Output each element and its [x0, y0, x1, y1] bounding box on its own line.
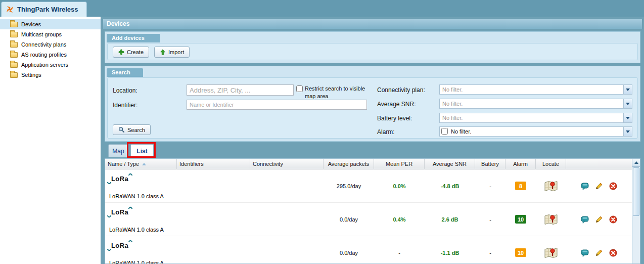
alarm-badge: 10: [515, 215, 526, 224]
battery-level-filter[interactable]: No filter.: [439, 113, 632, 123]
mean-per-cell: 0.4%: [374, 203, 425, 236]
plus-icon: [118, 49, 124, 55]
alarm-label: Alarm:: [377, 128, 395, 136]
mean-per-cell: 0.0%: [374, 169, 425, 202]
scroll-up-button[interactable]: [632, 159, 640, 167]
sidebar-item-connectivity-plans[interactable]: Connectivity plans: [0, 39, 101, 50]
column-header-average-snr[interactable]: Average SNR: [425, 159, 475, 169]
alarm-badge: 10: [515, 248, 526, 257]
sidebar-item-label: Application servers: [21, 62, 68, 68]
create-button-label: Create: [127, 49, 144, 55]
average-packets-cell: 0.0/day: [324, 203, 374, 236]
folder-icon: [10, 22, 18, 27]
show-on-map-icon[interactable]: [581, 215, 589, 224]
identifiers-cell: [177, 203, 250, 236]
search-header: Search: [107, 68, 143, 77]
folder-icon: [10, 42, 18, 48]
search-button[interactable]: Search: [113, 124, 151, 135]
arrow-up-icon: [160, 49, 166, 55]
sidebar-item-settings[interactable]: Settings: [0, 70, 101, 80]
connectivity-cell: [250, 203, 324, 236]
chevron-down-icon[interactable]: [623, 127, 632, 136]
sidebar-item-devices[interactable]: Devices: [0, 19, 101, 29]
show-on-map-icon[interactable]: [581, 182, 589, 190]
sidebar-item-multicast-groups[interactable]: Multicast groups: [0, 29, 101, 39]
identifier-label: Identifier:: [113, 102, 137, 109]
app-tab-thingpark[interactable]: ThingPark Wireless: [1, 2, 87, 17]
delete-icon[interactable]: [609, 249, 617, 257]
locate-map-icon[interactable]: [544, 181, 558, 192]
column-header-mean-per[interactable]: Mean PER: [374, 159, 425, 169]
search-panel: Search Location: Restrict search to visi…: [105, 66, 640, 142]
scrollbar-thumb[interactable]: [633, 167, 639, 216]
sidebar-item-application-servers[interactable]: Application servers: [0, 60, 101, 70]
alarm-filter-value: No filter.: [451, 127, 471, 136]
sidebar-item-as-routing-profiles[interactable]: AS routing profiles: [0, 50, 101, 60]
folder-icon: [10, 62, 18, 68]
battery-level-label: Battery level:: [377, 115, 412, 122]
device-class: LoRaWAN 1.0 class A: [109, 260, 164, 264]
main-content: Devices Add devices Create: [101, 17, 644, 264]
mean-per-cell: -: [374, 236, 425, 264]
column-header-connectivity[interactable]: Connectivity: [250, 159, 324, 169]
add-devices-header: Add devices: [107, 34, 160, 42]
show-on-map-icon[interactable]: [581, 249, 589, 257]
alarm-filter-checkbox[interactable]: [441, 128, 448, 135]
connectivity-plan-label: Connectivity plan:: [377, 86, 425, 94]
table-row[interactable]: LoRa LoRaWAN 1.0 class A 0.0/day - -1.1 …: [105, 236, 640, 264]
average-packets-cell: 0.0/day: [324, 236, 374, 264]
column-header-alarm[interactable]: Alarm: [505, 159, 536, 169]
locate-map-icon[interactable]: [544, 247, 558, 258]
alarm-badge: 8: [515, 182, 526, 190]
sort-asc-icon: [142, 163, 146, 165]
folder-icon: [10, 32, 18, 37]
table-row[interactable]: LoRa LoRaWAN 1.0 class A 0.0/day 0.4% 2.…: [105, 203, 640, 236]
tab-map[interactable]: Map: [108, 144, 128, 157]
chevron-down-icon[interactable]: [623, 99, 632, 108]
identifier-input[interactable]: [187, 100, 367, 110]
chevron-down-icon[interactable]: [623, 85, 632, 94]
delete-icon[interactable]: [609, 182, 617, 190]
vertical-scrollbar[interactable]: [632, 159, 640, 263]
thingpark-logo-icon: [6, 5, 14, 14]
import-button[interactable]: Import: [154, 47, 190, 58]
thingpark-app-window: ThingPark Wireless Devices Multicast gro…: [0, 0, 644, 264]
delete-icon[interactable]: [609, 215, 617, 224]
column-header-average-packets[interactable]: Average packets: [324, 159, 374, 169]
edit-pencil-icon[interactable]: [595, 249, 603, 257]
column-header-battery[interactable]: Battery: [475, 159, 505, 169]
edit-pencil-icon[interactable]: [595, 182, 603, 190]
sidebar-item-label: Multicast groups: [21, 31, 62, 37]
column-header-identifiers[interactable]: Identifiers: [177, 159, 250, 169]
lora-logo: LoRa: [111, 208, 128, 216]
sidebar-item-label: Connectivity plans: [21, 41, 66, 48]
column-header-actions: [566, 159, 632, 169]
average-snr-cell: -1.1 dB: [425, 236, 475, 264]
restrict-search-label: Restrict search to visible map area: [305, 85, 365, 100]
connectivity-cell: [250, 169, 324, 202]
top-tab-bar: ThingPark Wireless: [0, 0, 644, 17]
edit-pencil-icon[interactable]: [595, 215, 603, 224]
average-snr-label: Average SNR:: [377, 101, 416, 108]
location-label: Location:: [113, 87, 137, 94]
sidebar-item-label: AS routing profiles: [21, 52, 67, 58]
battery-cell: -: [475, 236, 505, 264]
chevron-down-icon[interactable]: [623, 113, 632, 122]
location-input[interactable]: [187, 84, 294, 96]
lora-logo: LoRa: [111, 242, 128, 249]
battery-cell: -: [475, 203, 505, 236]
device-class: LoRaWAN 1.0 class A: [109, 193, 164, 199]
create-button[interactable]: Create: [113, 47, 149, 58]
restrict-search-checkbox[interactable]: [296, 85, 303, 92]
column-header-name-type[interactable]: Name / Type: [105, 159, 177, 169]
magnifier-icon: [118, 126, 125, 133]
identifiers-cell: [177, 236, 250, 264]
table-row[interactable]: LoRa LoRaWAN 1.0 class A 295.0/day 0.0% …: [105, 169, 640, 203]
average-snr-filter[interactable]: No filter.: [439, 99, 632, 109]
column-header-locate[interactable]: Locate: [536, 159, 566, 169]
locate-map-icon[interactable]: [544, 214, 558, 225]
import-button-label: Import: [168, 49, 184, 55]
connectivity-plan-filter[interactable]: No filter.: [439, 84, 632, 95]
alarm-filter[interactable]: No filter.: [439, 126, 632, 137]
tab-list[interactable]: List: [130, 144, 154, 157]
